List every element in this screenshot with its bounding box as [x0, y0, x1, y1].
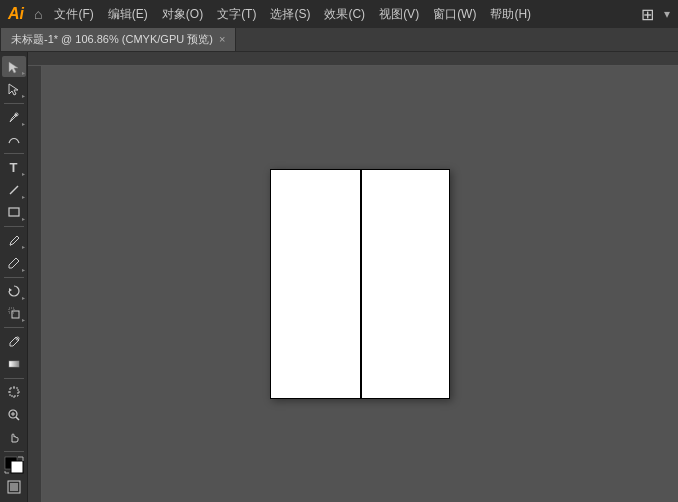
- svg-rect-21: [11, 461, 23, 473]
- ruler-left: [28, 66, 42, 502]
- tool-separator: [4, 378, 24, 379]
- rect-tool[interactable]: ▸: [2, 202, 26, 223]
- tool-arrow: ▸: [22, 294, 25, 301]
- fill-stroke-icon: [4, 456, 24, 474]
- menu-file[interactable]: 文件(F): [48, 4, 99, 25]
- select-tool[interactable]: ▸: [2, 56, 26, 77]
- svg-rect-4: [9, 208, 19, 216]
- rotate-icon: [7, 284, 21, 298]
- rotate-tool[interactable]: ▸: [2, 281, 26, 302]
- active-tab[interactable]: 未标题-1* @ 106.86% (CMYK/GPU 预览) ×: [0, 28, 236, 51]
- screen-mode-button[interactable]: [2, 477, 26, 498]
- tab-label: 未标题-1* @ 106.86% (CMYK/GPU 预览): [11, 32, 213, 47]
- chevron-down-icon[interactable]: ▾: [664, 7, 670, 21]
- svg-rect-27: [10, 483, 18, 491]
- gradient-icon: [7, 357, 21, 371]
- menu-edit[interactable]: 编辑(E): [102, 4, 154, 25]
- menu-effect[interactable]: 效果(C): [318, 4, 371, 25]
- tool-arrow: ▸: [22, 215, 25, 222]
- direct-select-tool[interactable]: ▸: [2, 78, 26, 99]
- menu-bar: 文件(F) 编辑(E) 对象(O) 文字(T) 选择(S) 效果(C) 视图(V…: [48, 4, 635, 25]
- tool-arrow: ▸: [22, 193, 25, 200]
- svg-marker-0: [9, 62, 18, 73]
- screen-mode-icon: [7, 480, 21, 494]
- artboard[interactable]: [270, 169, 450, 399]
- svg-rect-7: [12, 311, 19, 318]
- svg-rect-11: [10, 388, 18, 396]
- canvas-area[interactable]: [28, 52, 678, 502]
- tool-separator: [4, 277, 24, 278]
- grid-icon[interactable]: ⊞: [641, 5, 654, 24]
- svg-rect-10: [9, 361, 19, 367]
- menu-window[interactable]: 窗口(W): [427, 4, 482, 25]
- tool-separator: [4, 327, 24, 328]
- pencil-tool[interactable]: ▸: [2, 252, 26, 273]
- svg-line-5: [16, 258, 19, 261]
- paintbrush-icon: [7, 234, 21, 248]
- menu-view[interactable]: 视图(V): [373, 4, 425, 25]
- pen-icon: [7, 110, 21, 124]
- select-icon: [7, 60, 21, 74]
- zoom-tool[interactable]: [2, 404, 26, 425]
- artboard-icon: [7, 385, 21, 399]
- toolbar: ▸ ▸ ▸ T ▸: [0, 52, 28, 502]
- ruler-top: [28, 52, 678, 66]
- menu-object[interactable]: 对象(O): [156, 4, 209, 25]
- tab-close-button[interactable]: ×: [219, 34, 225, 45]
- curvature-icon: [7, 133, 21, 147]
- main-layout: ▸ ▸ ▸ T ▸: [0, 52, 678, 502]
- artboard-tool[interactable]: [2, 382, 26, 403]
- tool-arrow: ▸: [22, 69, 25, 76]
- scale-tool[interactable]: ▸: [2, 303, 26, 324]
- svg-marker-6: [9, 288, 12, 292]
- tool-arrow: ▸: [22, 120, 25, 127]
- direct-select-icon: [7, 82, 21, 96]
- tool-arrow: ▸: [22, 243, 25, 250]
- eyedropper-icon: [7, 335, 21, 349]
- menu-select[interactable]: 选择(S): [264, 4, 316, 25]
- hand-tool[interactable]: [2, 426, 26, 447]
- title-bar: Ai ⌂ 文件(F) 编辑(E) 对象(O) 文字(T) 选择(S) 效果(C)…: [0, 0, 678, 28]
- tool-arrow: ▸: [22, 316, 25, 323]
- svg-line-17: [16, 417, 19, 420]
- svg-marker-1: [9, 84, 18, 95]
- pen-tool[interactable]: ▸: [2, 107, 26, 128]
- menu-help[interactable]: 帮助(H): [484, 4, 537, 25]
- ai-logo: Ai: [8, 6, 24, 22]
- hand-icon: [7, 430, 21, 444]
- type-tool[interactable]: T ▸: [2, 157, 26, 178]
- eyedropper-tool[interactable]: [2, 331, 26, 352]
- tool-separator: [4, 103, 24, 104]
- artboard-divider: [360, 169, 362, 399]
- tool-separator: [4, 226, 24, 227]
- tool-arrow: ▸: [22, 92, 25, 99]
- tool-separator: [4, 153, 24, 154]
- tool-arrow: ▸: [22, 266, 25, 273]
- zoom-icon: [7, 408, 21, 422]
- line-icon: [7, 183, 21, 197]
- svg-line-3: [10, 186, 18, 194]
- pencil-icon: [7, 256, 21, 270]
- tool-arrow: ▸: [22, 170, 25, 177]
- paintbrush-tool[interactable]: ▸: [2, 230, 26, 251]
- tool-separator: [4, 451, 24, 452]
- type-icon: T: [10, 160, 18, 175]
- scale-icon: [7, 306, 21, 320]
- tab-bar: 未标题-1* @ 106.86% (CMYK/GPU 预览) ×: [0, 28, 678, 52]
- fill-stroke-control[interactable]: [2, 455, 26, 476]
- gradient-tool[interactable]: [2, 353, 26, 374]
- home-icon[interactable]: ⌂: [34, 6, 42, 22]
- curvature-tool[interactable]: [2, 129, 26, 150]
- menu-type[interactable]: 文字(T): [211, 4, 262, 25]
- canvas-content[interactable]: [42, 66, 678, 502]
- line-tool[interactable]: ▸: [2, 179, 26, 200]
- rect-icon: [7, 205, 21, 219]
